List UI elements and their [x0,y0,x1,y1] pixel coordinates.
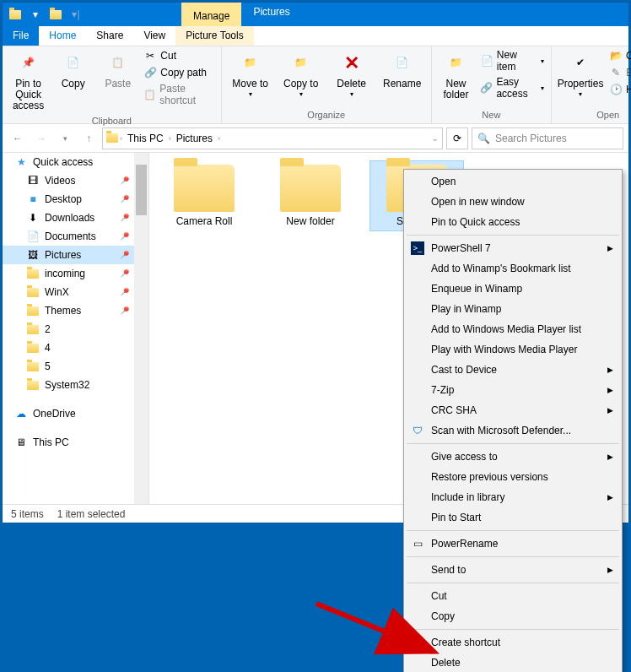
nav-item-themes[interactable]: Themes📍 [3,301,148,320]
submenu-arrow-icon: ▶ [607,366,613,374]
ctx-winamp-enqueue[interactable]: Enqueue in Winamp [406,279,620,299]
scroll-thumb[interactable] [136,165,147,215]
breadcrumb[interactable]: › This PC › Pictures › ⌄ [102,127,443,149]
app-icon[interactable] [6,5,24,24]
nav-item-2[interactable]: 2 [3,320,148,339]
tab-home[interactable]: Home [39,26,86,46]
copy-button[interactable]: 📄 Copy [52,48,94,91]
folder-new-folder[interactable]: New folder [264,161,357,230]
search-input[interactable]: 🔍 Search Pictures [472,127,623,149]
new-item-button[interactable]: 📄New item▾ [478,48,546,73]
crumb-this-pc[interactable]: This PC [124,133,167,144]
nav-item-downloads[interactable]: ⬇Downloads📍 [3,209,148,227]
nav-quick-access[interactable]: ★Quick access [3,153,148,171]
picture-icon: 🖼 [26,248,40,262]
ctx-open[interactable]: Open [406,171,620,192]
label: Edit [626,67,631,79]
new-icon: 📄 [480,54,493,68]
copy-to-button[interactable]: 📁Copy to▾ [278,48,325,100]
folder-icon [26,267,40,280]
nav-item-incoming[interactable]: incoming📍 [3,264,148,283]
delete-button[interactable]: ✕Delete▾ [328,48,375,100]
refresh-button[interactable]: ⟳ [446,127,468,149]
ctx-cast[interactable]: Cast to Device▶ [406,360,620,380]
label: Open [626,50,631,62]
ctx-powershell[interactable]: >_PowerShell 7▶ [406,238,620,258]
easy-access-button[interactable]: 🔗Easy access▾ [478,75,546,100]
chevron-down-icon[interactable]: ⌄ [432,134,439,143]
label: Rename [383,79,421,89]
move-to-button[interactable]: 📁Move to▾ [227,48,274,100]
ctx-give-access[interactable]: Give access to▶ [406,447,620,467]
separator [407,583,619,583]
nav-item-documents[interactable]: 📄Documents📍 [3,227,148,246]
chevron-right-icon[interactable]: › [120,134,122,143]
copyto-icon: 📁 [288,50,315,77]
folder-icon[interactable] [46,5,65,24]
ctx-send-to[interactable]: Send to▶ [406,560,620,580]
nav-item-4[interactable]: 4 [3,339,148,357]
folder-icon [174,165,235,212]
ctx-restore-versions[interactable]: Restore previous versions [406,467,620,487]
ctx-pin-start[interactable]: Pin to Start [406,507,620,528]
group-label: Organize [227,108,426,122]
ctx-defender-scan[interactable]: 🛡Scan with Microsoft Defender... [406,420,620,441]
chevron-right-icon[interactable]: › [169,134,171,143]
shortcut-icon: 📋 [143,88,156,101]
open-button[interactable]: 📂Open▾ [607,48,631,63]
tab-picture-tools[interactable]: Picture Tools [175,26,253,46]
nav-item-system32[interactable]: System32 [3,376,148,394]
nav-scrollbar[interactable] [134,153,148,504]
title-bar: ▾ ▾| Manage Pictures [3,3,628,26]
label: CRC SHA [431,404,477,416]
ctx-7zip[interactable]: 7-Zip▶ [406,380,620,400]
tab-view[interactable]: View [133,26,175,46]
recent-button[interactable]: ▾ [55,128,75,149]
ctx-include-library[interactable]: Include in library▶ [406,487,620,507]
chevron-right-icon[interactable]: › [218,134,220,143]
pin-icon: 📌 [15,50,42,77]
label: Pin to Quick access [431,216,520,228]
forward-button[interactable]: → [31,128,51,149]
qat-dropdown-icon[interactable]: ▾ [26,5,45,24]
label: New folder [439,79,474,100]
nav-item-winx[interactable]: WinX📍 [3,283,148,301]
submenu-arrow-icon: ▶ [607,566,613,574]
label: Paste shortcut [159,83,213,106]
pin-quick-access-button[interactable]: 📌 Pin to Quick access [8,48,49,114]
ctx-winamp-bookmark[interactable]: Add to Winamp's Bookmark list [406,258,620,279]
label: Enqueue in Winamp [431,283,522,295]
nav-item-desktop[interactable]: ■Desktop📍 [3,190,148,209]
copy-path-button[interactable]: 🔗Copy path [142,65,215,80]
ctx-powerrename[interactable]: ▭PowerRename [406,534,620,554]
nav-onedrive[interactable]: ☁OneDrive [3,404,148,423]
ctx-winamp-play[interactable]: Play in Winamp [406,299,620,319]
crumb-pictures[interactable]: Pictures [173,133,216,144]
nav-item-5[interactable]: 5 [3,357,148,376]
history-button[interactable]: 🕑History [607,82,631,97]
ctx-wmp-play[interactable]: Play with Windows Media Player [406,339,620,360]
desktop-icon: ■ [26,192,40,206]
new-folder-button[interactable]: 📁New folder [437,48,476,102]
nav-this-pc[interactable]: 🖥This PC [3,433,148,452]
tab-file[interactable]: File [3,26,39,46]
tab-share[interactable]: Share [86,26,133,46]
nav-item-videos[interactable]: 🎞Videos📍 [3,171,148,190]
ctx-wmp-add[interactable]: Add to Windows Media Player list [406,319,620,339]
up-button[interactable]: ↑ [78,128,99,149]
nav-item-pictures[interactable]: 🖼Pictures📍 [3,246,148,264]
rename-button[interactable]: 📄Rename [379,48,426,91]
ctx-crc-sha[interactable]: CRC SHA▶ [406,400,620,420]
paste-shortcut-button[interactable]: 📋Paste shortcut [142,82,215,107]
paste-button[interactable]: 📋 Paste [97,48,138,91]
nav-pane[interactable]: ★Quick access 🎞Videos📍 ■Desktop📍 ⬇Downlo… [3,153,149,504]
ctx-pin-quick-access[interactable]: Pin to Quick access [406,212,620,232]
cut-button[interactable]: ✂Cut [142,48,215,63]
ctx-open-new-window[interactable]: Open in new window [406,192,620,212]
edit-button[interactable]: ✎Edit [607,65,631,80]
folder-camera-roll[interactable]: Camera Roll [158,161,251,230]
star-icon: ★ [14,155,28,169]
properties-button[interactable]: ✔Properties▾ [557,48,604,100]
back-button[interactable]: ← [8,128,28,149]
label: Pin to Start [431,512,481,523]
